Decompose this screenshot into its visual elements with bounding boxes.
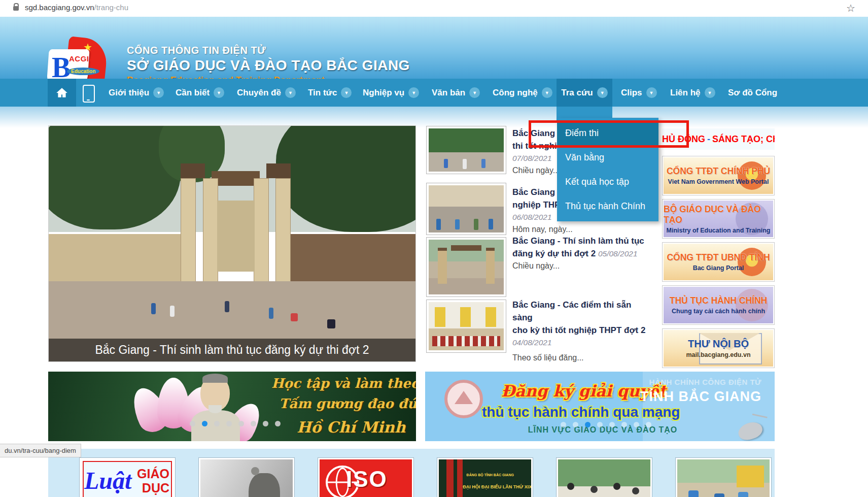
dropdown-item-thu-tuc-hanh-chinh[interactable]: Thủ tục hành Chính (557, 194, 658, 218)
banner-subtitle: Bac Giang Portal (693, 264, 744, 272)
portal-title-line2: SỞ GIÁO DỤC VÀ ĐÀO TẠO BẮC GIANG (127, 57, 410, 74)
marquee-slogan: HỦ ĐỘNG - SÁNG TẠO; CHẤT LƯỢ (662, 128, 775, 150)
logo-education-label: Education (67, 68, 99, 75)
url-text[interactable]: sgd.bacgiang.gov.vn/trang-chu (25, 3, 128, 12)
lock-icon[interactable] (13, 6, 19, 11)
carousel-dot[interactable] (561, 422, 566, 427)
banner-ministry-education[interactable]: BỘ GIÁO DỤC VÀ ĐÀO TẠO Ministry of Educa… (662, 199, 775, 239)
chevron-down-icon: ▼ (705, 87, 715, 98)
carousel-dot[interactable] (190, 421, 195, 426)
red-banner (446, 459, 454, 497)
banner-education-law[interactable]: Luật GIÁO DỤC 2019 (79, 457, 176, 497)
marquee-text: SÁNG TẠO; CHẤT LƯỢ (712, 134, 775, 145)
banner-subtitle: Viet Nam Government Web Portal (668, 178, 769, 185)
banner-students-photo[interactable] (556, 457, 652, 497)
nav-item-van-ban[interactable]: Văn bản▼ (432, 79, 480, 107)
carousel-dot[interactable] (597, 422, 603, 427)
bac-giang-seal-icon (444, 380, 483, 418)
featured-slideshow-image[interactable]: Bắc Giang - Thí sinh làm thủ tục đăng ký… (48, 125, 416, 362)
nav-item-gioi-thieu[interactable]: Giới thiệu▼ (109, 79, 164, 107)
url-path: /trang-chu (94, 3, 129, 12)
nav-item-chuyen-de[interactable]: Chuyên đề▼ (237, 79, 296, 107)
nav-item-cong-nghe[interactable]: Công nghệ▼ (493, 79, 552, 107)
nav-item-so-do-cong[interactable]: Sơ đồ Cổng (728, 79, 777, 107)
hcm-portrait-beard (209, 405, 222, 413)
school-building (737, 466, 765, 487)
carousel-dot[interactable] (275, 421, 281, 426)
luat-word: Luật (84, 467, 131, 494)
nav-label: Công nghệ (493, 88, 538, 98)
carousel-dot[interactable] (634, 422, 639, 427)
banner-party-congress[interactable]: ĐẢNG BỘ TỈNH BẮC GIANG ĐẠI HỘI ĐẠI BIỂU … (437, 457, 533, 497)
news-title[interactable]: Bắc Giang - Thí sinh làm thủ tụcđăng ký … (512, 235, 650, 260)
chevron-down-icon: ▼ (542, 87, 552, 98)
dropdown-item-van-bang[interactable]: Văn bằng (557, 145, 658, 170)
news-thumbnail-1[interactable] (426, 126, 506, 174)
photo-person (269, 308, 273, 319)
banner-province-portal[interactable]: CỔNG TTĐT UBND TỈNH Bac Giang Portal (662, 242, 775, 282)
dvc-main-line2: thủ tục hành chính qua mạng (482, 404, 680, 420)
news-date: 04/08/2021 (512, 337, 650, 349)
nav-item-tra-cuu-active[interactable]: Tra cứu▼ (557, 79, 612, 107)
news-title[interactable]: Bắc Giang - Các điểm thi sẵn sàngcho kỳ … (512, 299, 650, 337)
news-thumbnail-3[interactable] (426, 237, 506, 297)
iso-text: ISO (346, 467, 388, 492)
red-banner (457, 459, 463, 497)
carousel-dots (561, 422, 651, 427)
dropdown-item-diem-thi[interactable]: Điểm thi (557, 121, 658, 145)
giao-word: GIÁO (137, 467, 169, 481)
mobile-version-icon[interactable] (83, 85, 95, 103)
news-date: 05/08/2021 (598, 249, 638, 258)
news-thumbnail-4[interactable] (426, 300, 506, 353)
banner-internal-mail[interactable]: THƯ NỘI BỘ mail.bacgiang.edu.vn (662, 328, 775, 368)
carousel-dot[interactable] (646, 422, 651, 427)
carousel-dot[interactable] (226, 421, 232, 426)
carousel-dot[interactable] (251, 421, 256, 426)
news-desc: Hôm nay, ngày... (512, 223, 650, 236)
banner-historic-photo[interactable] (198, 457, 295, 497)
nav-label: Cần biết (176, 88, 210, 98)
nav-item-clips[interactable]: Clips▼ (621, 79, 657, 107)
congress-text2: ĐẠI HỘI ĐẠI BIỂU LẦN THỨ XIX (463, 484, 531, 489)
portal-title-line1: CỔNG THÔNG TIN ĐIỆN TỬ (127, 45, 266, 56)
news-item-4: Bắc Giang - Các điểm thi sẵn sàngcho kỳ … (512, 299, 650, 364)
nav-item-can-biet[interactable]: Cần biết▼ (176, 79, 224, 107)
nav-item-tin-tuc[interactable]: Tin tức▼ (308, 79, 352, 107)
banner-admin-procedures[interactable]: THỦ TỤC HÀNH CHÍNH Chung tay cải cách hà… (662, 285, 775, 325)
hcm-study-banner[interactable]: Học tập và làm theo Tấm gương đạo đức Hồ… (48, 372, 416, 441)
chevron-down-icon: ▼ (646, 87, 657, 98)
photo-school-gate (181, 163, 291, 286)
chevron-down-icon: ▼ (285, 87, 296, 98)
banner-iso[interactable]: ISO (318, 457, 414, 497)
browser-address-bar[interactable]: sgd.bacgiang.gov.vn/trang-chu ☆ (0, 0, 868, 17)
nav-label: Clips (621, 88, 642, 98)
dropdown-item-ket-qua-hoc-tap[interactable]: Kết quả học tập (557, 170, 658, 194)
nav-label: Giới thiệu (109, 88, 149, 98)
carousel-dots (190, 421, 281, 426)
tra-cuu-dropdown-menu: Điểm thi Văn bằng Kết quả học tập Thủ tụ… (557, 118, 658, 221)
carousel-dot[interactable] (621, 422, 627, 427)
news-thumbnail-2[interactable] (426, 183, 506, 235)
bookmark-star-icon[interactable]: ☆ (846, 2, 855, 14)
banner-government-portal[interactable]: CỔNG TTĐT CHÍNH PHỦ Viet Nam Government … (662, 156, 775, 195)
carousel-dot[interactable] (214, 421, 220, 426)
banner-school-photo[interactable] (675, 457, 772, 497)
logo-text: ACGIANG (69, 54, 107, 63)
carousel-dot[interactable] (609, 422, 615, 427)
carousel-dot-active[interactable] (585, 422, 591, 427)
banner-title: THƯ NỘI BỘ (688, 338, 749, 350)
hcm-text-line2: Tấm gương đạo đức (279, 396, 416, 411)
nav-item-nghiep-vu[interactable]: Nghiệp vụ▼ (363, 79, 419, 107)
news-item-3: Bắc Giang - Thí sinh làm thủ tụcđăng ký … (512, 235, 650, 272)
carousel-dot[interactable] (238, 421, 244, 426)
photo-person (170, 306, 175, 317)
online-services-banner[interactable]: Đăng ký giải quyết thủ tục hành chính qu… (425, 372, 775, 441)
chevron-down-icon: ▼ (597, 87, 608, 98)
nav-label: Sơ đồ Cổng (728, 88, 777, 98)
carousel-dot[interactable] (573, 422, 578, 427)
nav-home-button[interactable] (48, 79, 76, 107)
chevron-down-icon: ▼ (469, 87, 480, 98)
carousel-dot-active[interactable] (202, 421, 207, 426)
nav-item-lien-he[interactable]: Liên hệ▼ (670, 79, 715, 107)
carousel-dot[interactable] (263, 421, 268, 426)
